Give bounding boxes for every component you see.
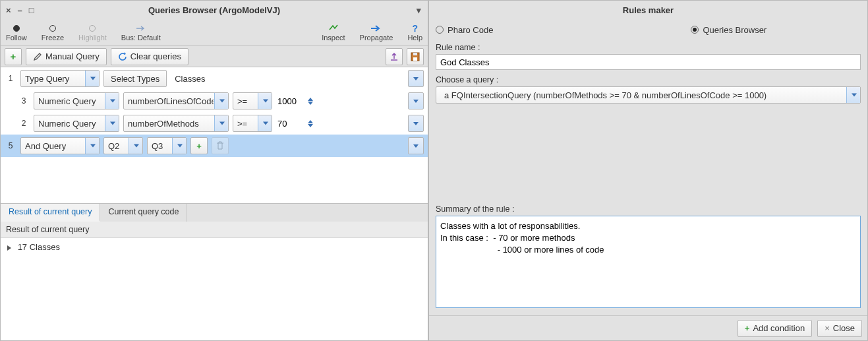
choose-query-label: Choose a query : — [436, 75, 861, 84]
query-list: 1 Type Query Select Types Classes 3 Nume… — [1, 67, 428, 340]
left-toolbar: Follow Freeze Highlight Bus: Default Ins… — [1, 19, 428, 46]
query-summary: Classes — [175, 74, 205, 84]
select-types-button[interactable]: Select Types — [103, 70, 167, 87]
bus-icon — [136, 23, 146, 34]
propagate-icon — [370, 23, 382, 34]
rule-name-input[interactable] — [436, 54, 861, 70]
query-subbar: + Manual Query Clear queries — [1, 46, 428, 67]
plus-icon: + — [745, 323, 750, 333]
query-type-select[interactable]: Type Query — [20, 70, 100, 87]
freeze-icon — [49, 23, 56, 34]
mode-radios: Pharo Code Queries Browser — [429, 19, 867, 40]
add-query-button[interactable]: + — [5, 48, 22, 65]
export-button[interactable] — [386, 48, 403, 65]
right-titlebar: Rules maker — [429, 1, 867, 19]
property-select[interactable]: numberOfLinesOfCode — [123, 92, 229, 109]
highlight-icon — [89, 23, 96, 34]
minimize-icon[interactable]: – — [18, 5, 22, 15]
rules-maker-pane: Rules maker Pharo Code Queries Browser R… — [428, 0, 868, 341]
left-title: Queries Browser (ArgoModelVJ) — [1, 5, 428, 15]
delete-operand-button[interactable] — [212, 137, 229, 154]
close-button[interactable]: × Close — [817, 320, 862, 337]
property-select[interactable]: numberOfMethods — [123, 115, 229, 132]
svg-rect-2 — [413, 53, 417, 55]
inspect-icon — [328, 23, 339, 34]
query-row-1[interactable]: 1 Type Query Select Types Classes — [1, 67, 428, 90]
plus-icon: + — [11, 51, 16, 62]
choose-query-select[interactable]: a FQIntersectionQuery (numberOfMethods >… — [436, 86, 861, 104]
save-button[interactable] — [407, 48, 424, 65]
bus-button[interactable]: Bus: Default — [121, 23, 161, 42]
value-spinner[interactable] — [276, 93, 313, 109]
result-tabs: Result of current query Current query co… — [1, 203, 428, 222]
radio-pharo[interactable]: Pharo Code — [436, 25, 493, 35]
row-menu-button[interactable] — [408, 70, 424, 87]
clear-queries-button[interactable]: Clear queries — [111, 48, 188, 65]
value-spinner[interactable] — [276, 115, 313, 131]
propagate-button[interactable]: Propagate — [360, 23, 393, 42]
follow-button[interactable]: Follow — [6, 23, 27, 42]
expand-icon[interactable] — [7, 245, 11, 251]
row-menu-button[interactable] — [408, 137, 424, 154]
add-operand-button[interactable]: + — [190, 137, 208, 154]
operand-b-select[interactable]: Q3 — [147, 137, 187, 154]
trash-icon — [216, 141, 224, 150]
menu-caret-icon[interactable]: ▾ — [417, 5, 428, 15]
pencil-icon — [33, 52, 42, 61]
svg-rect-1 — [413, 57, 417, 61]
queries-browser-pane: × – □ Queries Browser (ArgoModelVJ) ▾ Fo… — [0, 0, 428, 341]
refresh-icon — [118, 52, 127, 61]
rule-name-label: Rule name : — [436, 43, 861, 52]
maximize-icon[interactable]: □ — [29, 5, 34, 15]
radio-queries-browser[interactable]: Queries Browser — [691, 25, 767, 35]
query-row-3[interactable]: 3 Numeric Query numberOfLinesOfCode >= — [1, 90, 428, 112]
add-condition-button[interactable]: + Add condition — [738, 320, 812, 337]
help-button[interactable]: ? Help — [407, 23, 422, 42]
export-icon — [390, 52, 399, 61]
highlight-button[interactable]: Highlight — [78, 23, 107, 42]
result-body: 17 Classes — [1, 238, 428, 340]
right-footer: + Add condition × Close — [429, 315, 867, 340]
tab-result[interactable]: Result of current query — [1, 204, 100, 222]
close-icon[interactable]: × — [6, 5, 11, 15]
result-header: Result of current query — [1, 222, 428, 238]
plus-icon: + — [196, 141, 202, 151]
operator-select[interactable]: >= — [233, 92, 272, 109]
help-icon: ? — [412, 23, 418, 34]
freeze-button[interactable]: Freeze — [42, 23, 64, 42]
inspect-button[interactable]: Inspect — [322, 23, 345, 42]
query-row-2[interactable]: 2 Numeric Query numberOfMethods >= — [1, 112, 428, 135]
operator-select[interactable]: >= — [233, 115, 272, 132]
query-row-5[interactable]: 5 And Query Q2 Q3 + — [1, 135, 428, 157]
save-icon — [411, 52, 420, 61]
close-icon: × — [825, 323, 830, 333]
tab-code[interactable]: Current query code — [100, 204, 187, 222]
left-titlebar: × – □ Queries Browser (ArgoModelVJ) ▾ — [1, 1, 428, 19]
summary-label: Summary of the rule : — [436, 204, 861, 214]
operand-a-select[interactable]: Q2 — [103, 137, 143, 154]
right-title: Rules maker — [429, 5, 867, 15]
row-menu-button[interactable] — [408, 92, 424, 109]
query-type-select[interactable]: And Query — [20, 137, 100, 154]
follow-icon — [13, 23, 20, 34]
result-line[interactable]: 17 Classes — [18, 242, 60, 252]
query-type-select[interactable]: Numeric Query — [34, 92, 119, 109]
query-type-select[interactable]: Numeric Query — [34, 115, 119, 132]
row-menu-button[interactable] — [408, 115, 424, 132]
manual-query-button[interactable]: Manual Query — [26, 48, 107, 65]
summary-textarea[interactable] — [436, 216, 861, 308]
